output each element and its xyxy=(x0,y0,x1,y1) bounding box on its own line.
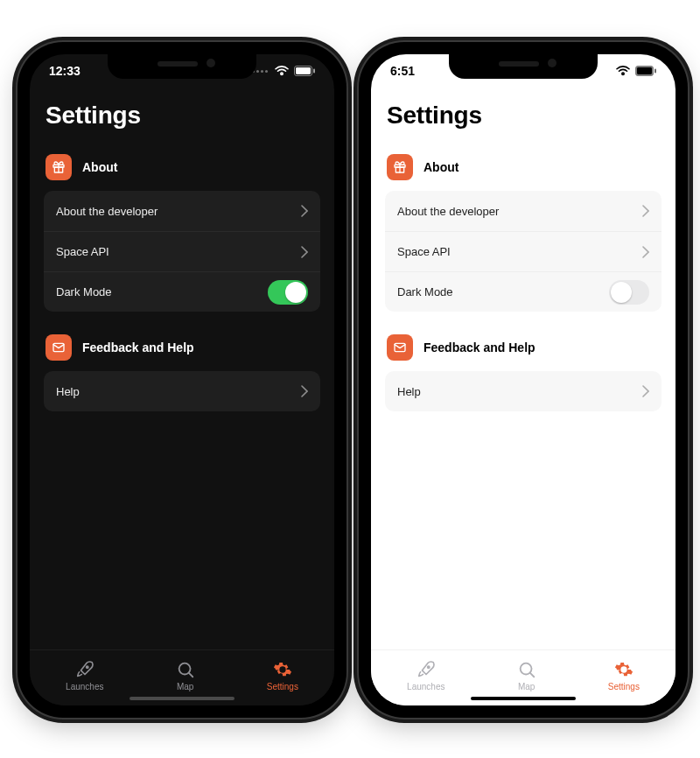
svg-rect-1 xyxy=(296,67,311,74)
row-label: Help xyxy=(56,385,80,398)
section-title: About xyxy=(82,160,117,174)
home-indicator[interactable] xyxy=(130,697,234,700)
home-indicator[interactable] xyxy=(471,697,576,700)
phone-mockup-light: 6:51 Settings About About the de xyxy=(359,42,688,718)
gear-icon xyxy=(273,660,292,679)
page-title: Settings xyxy=(387,102,660,130)
battery-icon xyxy=(635,66,656,76)
tab-label: Settings xyxy=(267,682,298,691)
row-label: Dark Mode xyxy=(397,285,453,298)
search-icon xyxy=(517,660,536,679)
gear-icon xyxy=(614,660,634,679)
section-head-feedback: Feedback and Help xyxy=(46,334,318,361)
row-label: Dark Mode xyxy=(56,285,112,298)
tab-map[interactable]: Map xyxy=(176,660,195,691)
status-time: 12:33 xyxy=(49,64,80,78)
status-right xyxy=(616,66,656,76)
card-feedback: Help xyxy=(385,371,662,411)
wifi-icon xyxy=(616,66,630,76)
status-right xyxy=(252,66,315,76)
section-head-feedback: Feedback and Help xyxy=(387,334,660,361)
gift-icon xyxy=(46,154,72,180)
tab-label: Launches xyxy=(66,682,103,691)
svg-rect-12 xyxy=(654,69,656,74)
tab-label: Map xyxy=(518,682,535,691)
settings-content: Settings About About the developer Space… xyxy=(371,54,676,705)
tab-settings[interactable]: Settings xyxy=(608,660,640,691)
chevron-right-icon xyxy=(301,385,308,397)
device-notch xyxy=(449,54,598,79)
mail-icon xyxy=(46,334,72,361)
chevron-right-icon xyxy=(642,385,649,397)
device-notch xyxy=(108,54,256,79)
tab-bar: Launches Map Settings xyxy=(371,649,676,705)
svg-point-17 xyxy=(427,666,429,668)
row-about-developer[interactable]: About the developer xyxy=(44,191,320,231)
row-label: About the developer xyxy=(56,205,158,218)
chevron-right-icon xyxy=(642,205,649,217)
battery-icon xyxy=(294,66,315,76)
search-icon xyxy=(176,660,195,679)
svg-point-7 xyxy=(86,666,88,668)
screen: 12:33 Settings About xyxy=(30,54,334,705)
tab-label: Settings xyxy=(608,682,640,691)
row-dark-mode: Dark Mode xyxy=(385,271,662,312)
svg-line-9 xyxy=(188,672,192,677)
row-label: About the developer xyxy=(397,205,499,218)
tab-bar: Launches Map Settings xyxy=(30,649,334,705)
tab-settings[interactable]: Settings xyxy=(267,660,298,691)
chevron-right-icon xyxy=(301,246,308,258)
page-title: Settings xyxy=(46,102,318,130)
section-head-about: About xyxy=(387,154,660,180)
tab-label: Launches xyxy=(407,682,444,691)
row-help[interactable]: Help xyxy=(44,371,320,411)
section-head-about: About xyxy=(46,154,318,180)
status-time: 6:51 xyxy=(390,64,415,78)
row-space-api[interactable]: Space API xyxy=(385,231,662,271)
svg-line-19 xyxy=(529,672,534,677)
tab-launches[interactable]: Launches xyxy=(66,660,103,691)
section-title: About xyxy=(424,160,458,174)
mail-icon xyxy=(387,334,413,361)
svg-rect-2 xyxy=(313,69,315,74)
section-title: Feedback and Help xyxy=(424,340,536,354)
tab-launches[interactable]: Launches xyxy=(407,660,444,691)
dark-mode-toggle[interactable] xyxy=(268,280,308,305)
chevron-right-icon xyxy=(642,246,649,258)
svg-rect-11 xyxy=(637,67,652,74)
rocket-icon xyxy=(75,660,94,679)
row-label: Space API xyxy=(56,245,109,258)
settings-content: Settings About About the developer Space… xyxy=(30,54,334,705)
row-label: Space API xyxy=(397,245,451,258)
rocket-icon xyxy=(416,660,436,679)
row-space-api[interactable]: Space API xyxy=(44,231,320,271)
chevron-right-icon xyxy=(301,205,308,217)
wifi-icon xyxy=(275,66,289,76)
tab-map[interactable]: Map xyxy=(517,660,536,691)
dark-mode-toggle[interactable] xyxy=(609,280,649,305)
row-label: Help xyxy=(397,385,421,398)
phone-mockup-dark: 12:33 Settings About xyxy=(18,42,346,718)
card-feedback: Help xyxy=(44,371,320,411)
row-dark-mode: Dark Mode xyxy=(44,271,320,312)
card-about: About the developer Space API Dark Mode xyxy=(385,191,662,312)
row-about-developer[interactable]: About the developer xyxy=(385,191,662,231)
row-help[interactable]: Help xyxy=(385,371,662,411)
tab-label: Map xyxy=(177,682,193,691)
section-title: Feedback and Help xyxy=(82,340,194,354)
screen: 6:51 Settings About About the de xyxy=(371,54,676,705)
card-about: About the developer Space API Dark Mode xyxy=(44,191,320,312)
gift-icon xyxy=(387,154,413,180)
